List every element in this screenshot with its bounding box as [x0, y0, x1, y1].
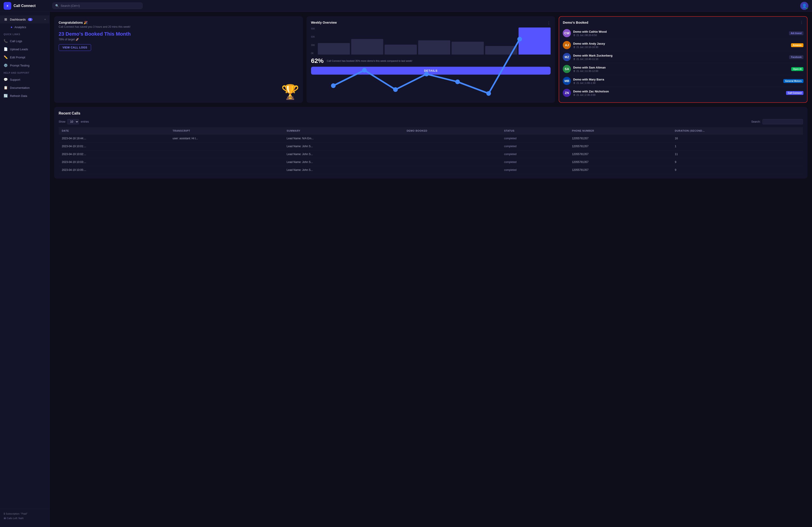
demo-avatar: CW: [563, 29, 571, 37]
sidebar-item-label: Documentation: [10, 86, 30, 90]
sidebar-item-support[interactable]: 💬 Support: [0, 76, 49, 84]
sidebar-item-edit-prompt[interactable]: ✏️ Edit Prompt: [0, 53, 49, 61]
demo-avatar: MB: [563, 77, 571, 85]
table-cell: 11: [672, 150, 803, 158]
table-column-header: TRANSCRIPT: [169, 127, 284, 135]
table-header: DATETRANSCRIPTSUMMARYDEMO BOOKEDSTATUSPH…: [59, 127, 803, 135]
demo-badge: Call Connect: [786, 91, 803, 95]
sidebar-item-documentation[interactable]: 📋 Documentation: [0, 84, 49, 92]
search-input[interactable]: [61, 4, 140, 7]
weekly-footer: 62% Call Connect has booked 35% more dem…: [311, 57, 551, 64]
congrats-card: Congratulations 🎉 Call Connect has saved…: [54, 16, 303, 103]
table-cell: 1: [672, 142, 803, 150]
docs-icon: 📋: [4, 86, 8, 90]
recent-calls-card: Recent Calls Show 10 25 50 entries Searc…: [54, 107, 808, 179]
table-cell: 16: [672, 135, 803, 142]
phone-icon: 📞: [4, 39, 8, 43]
table-row: 2023-04-18 19:44:...user: assistant: Hi …: [59, 135, 803, 142]
demos-booked-title: Demo's Booked: [563, 20, 588, 24]
demo-list-item: MB Demo with Mary Barra 🗓 21 Jul | 1:00-…: [563, 75, 803, 87]
demo-info: Demo with Zac Nicholson 🗓 21 Jul | 2:30-…: [573, 90, 784, 96]
chart-bar-3: [418, 40, 450, 55]
demo-list-item: ZN Demo with Zac Nicholson 🗓 21 Jul | 2:…: [563, 87, 803, 99]
view-call-logs-button[interactable]: VIEW CALL LOGS: [59, 44, 91, 51]
chart-y-labels: 90K 60K 30K 0K: [311, 28, 315, 55]
details-button[interactable]: DETAILS: [311, 67, 551, 75]
sidebar-item-refresh-data[interactable]: 🔄 Refresh Data: [0, 92, 49, 100]
edit-icon: ✏️: [4, 55, 8, 59]
show-entries: Show 10 25 50 entries: [59, 119, 89, 124]
app-name: Call Connect: [14, 4, 35, 8]
sidebar-item-analytics[interactable]: Analytics: [0, 24, 49, 31]
chart-area: 90K 60K 30K 0K: [311, 28, 551, 55]
sidebar-item-label: Refresh Data: [10, 94, 27, 97]
table-cell: [169, 142, 284, 150]
table-cell: 2023-04-18 19:44:...: [59, 135, 169, 142]
chart-bar-0: [318, 43, 350, 55]
demo-badge: General Motors: [783, 79, 803, 83]
table-cell: 9: [672, 166, 803, 174]
table-cell: 2023-04-19 10:01:...: [59, 142, 169, 150]
sidebar-item-call-logs[interactable]: 📞 Call Logs: [0, 37, 49, 45]
table-cell: 12055781357: [569, 150, 672, 158]
svg-point-2: [7, 5, 8, 6]
table-cell: Lead Name: John S...: [284, 158, 404, 166]
table-row: 2023-04-19 10:01:...Lead Name: John S...…: [59, 142, 803, 150]
table-cell: [404, 135, 501, 142]
demo-badge: Open AI: [791, 67, 803, 71]
online-indicator: [806, 7, 808, 10]
table-search-input[interactable]: [763, 119, 803, 124]
demos-list: CW Demo with Cathie Wood 🗓 21 Jul | 08:2…: [563, 27, 803, 99]
demos-count: 23 Demo's Booked This Month: [59, 31, 299, 37]
demo-info: Demo with Sam Altman 🗓 21 Jul | 11:30-12…: [573, 66, 789, 72]
sidebar-item-upload-leads[interactable]: 📄 Upload Leads: [0, 45, 49, 53]
demo-name: Demo with Zac Nicholson: [573, 90, 784, 93]
demos-booked-header: Demo's Booked ⋮: [563, 20, 803, 25]
demo-info: Demo with Cathie Wood 🗓 21 Jul | 08:20-8…: [573, 30, 786, 36]
demo-time: 🗓 21 Jul | 08:20-8:50: [573, 34, 786, 36]
menu-dots-icon[interactable]: ⋮: [547, 21, 551, 25]
table-cell: 2023-04-19 10:05:...: [59, 166, 169, 174]
table-body: 2023-04-18 19:44:...user: assistant: Hi …: [59, 135, 803, 174]
demos-booked-card: Demo's Booked ⋮ CW Demo with Cathie Wood…: [559, 16, 808, 103]
topbar: Call Connect 🔍 👤: [0, 0, 812, 12]
bar-chart: [318, 28, 551, 55]
table-cell: 12055781357: [569, 166, 672, 174]
sidebar-item-label: Call Logs: [10, 40, 22, 43]
demo-avatar: MZ: [563, 53, 571, 61]
sidebar-item-label: Support: [10, 78, 20, 81]
table-column-header: DATE: [59, 127, 169, 135]
sidebar-badge: 1: [28, 18, 32, 21]
demos-menu-icon[interactable]: ⋮: [800, 20, 803, 25]
chart-bar-6: [519, 28, 551, 55]
demo-list-item: MZ Demo with Mark Zuckerberg 🗓 21 Jul | …: [563, 51, 803, 63]
weekly-footer-text: Call Connect has booked 35% more demo's …: [327, 59, 412, 63]
dot-icon: [11, 27, 12, 28]
sidebar-section-quicklinks: Quick Links: [0, 31, 49, 37]
search-bar[interactable]: 🔍: [52, 2, 143, 9]
show-select[interactable]: 10 25 50: [67, 119, 79, 124]
demo-time: 🗓 21 Jul | 11:30-12:00: [573, 70, 789, 72]
sidebar-item-dashboards[interactable]: ⊞ Dashboards 1 ▾: [0, 15, 49, 24]
search-label: Search:: [751, 120, 760, 123]
demos-target: 78% of target 🚀: [59, 38, 299, 41]
sidebar-item-prompt-testing[interactable]: ⚙️ Prompt Testing: [0, 61, 49, 70]
table-cell: Lead Name: John S...: [284, 166, 404, 174]
demo-name: Demo with Mark Zuckerberg: [573, 54, 787, 57]
avatar[interactable]: 👤: [800, 2, 808, 10]
table-cell: Lead Name: John S...: [284, 142, 404, 150]
svg-point-5: [393, 87, 398, 92]
refresh-icon: 🔄: [4, 94, 8, 98]
chart-bar-2: [385, 45, 417, 55]
demo-list-item: CW Demo with Cathie Wood 🗓 21 Jul | 08:2…: [563, 27, 803, 39]
table-cell: completed: [501, 158, 569, 166]
table-cell: 9: [672, 158, 803, 166]
table-column-header: STATUS: [501, 127, 569, 135]
support-icon: 💬: [4, 77, 8, 81]
demo-info: Demo with Mark Zuckerberg 🗓 21 Jul | 10:…: [573, 54, 787, 60]
calls-left-text: 🏛 Calls Left: NaN: [4, 516, 46, 521]
table-cell: [404, 166, 501, 174]
demo-time: 🗓 21 Jul | 1:00-1:30: [573, 81, 781, 84]
table-cell: 12055781357: [569, 135, 672, 142]
main-content: Congratulations 🎉 Call Connect has saved…: [49, 12, 812, 527]
